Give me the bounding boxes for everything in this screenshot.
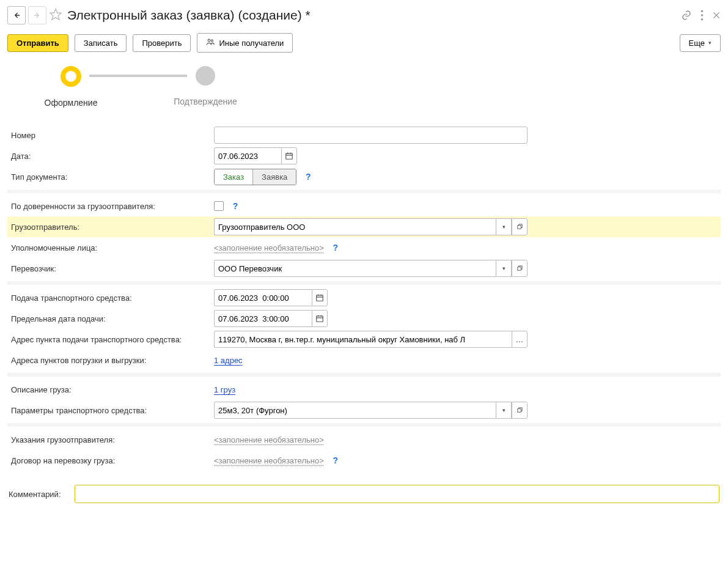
vehicle-params-open-button[interactable] (512, 402, 528, 419)
comment-input[interactable] (75, 485, 719, 503)
step-dot-icon (196, 66, 215, 86)
doc-type-toggle: Заказ Заявка (214, 169, 296, 185)
favorite-star-icon[interactable] (49, 8, 62, 23)
supply-datetime-input[interactable] (214, 289, 312, 306)
shipper-dropdown-button[interactable]: ▾ (496, 218, 512, 235)
number-input[interactable] (214, 127, 528, 144)
cargo-link[interactable]: 1 груз (214, 385, 235, 394)
date-picker-button[interactable] (281, 147, 297, 164)
svg-point-2 (701, 14, 704, 17)
carrier-input[interactable] (214, 260, 496, 277)
help-icon[interactable]: ? (330, 455, 341, 466)
label-authorized: Уполномоченные лица: (11, 243, 214, 252)
send-button[interactable]: Отправить (7, 34, 68, 52)
date-input[interactable] (214, 147, 281, 164)
label-vehicle-supply: Подача транспортного средства: (11, 293, 214, 303)
load-addresses-link[interactable]: 1 адрес (214, 356, 243, 365)
authorized-link[interactable]: <заполнение необязательно> (214, 243, 324, 252)
label-shipper-instr: Указания грузоотправителя: (11, 435, 214, 444)
close-icon[interactable] (712, 11, 721, 20)
row-vehicle-supply: Подача транспортного средства: (7, 287, 721, 308)
row-vehicle-params: Параметры транспортного средства: ▾ (7, 400, 721, 421)
row-number: Номер (7, 125, 721, 146)
link-icon[interactable] (681, 10, 692, 21)
separator (7, 281, 721, 285)
label-cargo-desc: Описание груза: (11, 385, 214, 394)
row-cargo-desc: Описание груза: 1 груз (7, 379, 721, 400)
more-label: Еще (689, 39, 705, 48)
address-picker-button[interactable]: … (512, 331, 528, 348)
row-shipper-instr: Указания грузоотправителя: <заполнение н… (7, 429, 721, 450)
row-supply-address: Адрес пункта подачи транспортного средст… (7, 329, 721, 350)
help-icon[interactable]: ? (303, 171, 314, 182)
carrier-open-button[interactable] (512, 260, 528, 277)
open-external-icon (517, 406, 523, 415)
vehicle-params-input[interactable] (214, 402, 496, 419)
arrow-left-icon (12, 11, 21, 20)
contract-link[interactable]: <заполнение необязательно> (214, 456, 324, 465)
row-deadline: Предельная дата подачи: (7, 308, 721, 329)
shipper-instr-link[interactable]: <заполнение необязательно> (214, 435, 324, 444)
row-shipper: Грузоотправитель: ▾ (7, 216, 721, 237)
chevron-down-icon: ▾ (502, 224, 506, 230)
nav-forward-button (28, 6, 46, 24)
doc-type-order[interactable]: Заказ (215, 169, 252, 185)
chevron-down-icon: ▾ (708, 40, 711, 46)
label-number: Номер (11, 131, 214, 140)
separator (7, 423, 721, 427)
progress-stepper: Оформление Подтверждение (34, 66, 721, 108)
svg-point-3 (701, 18, 704, 21)
row-authorized: Уполномоченные лица: <заполнение необяза… (7, 237, 721, 258)
kebab-menu-icon[interactable] (700, 10, 704, 21)
open-external-icon (517, 223, 523, 232)
row-by-proxy: По доверенности за грузоотправителя: ? (7, 196, 721, 216)
svg-point-5 (211, 40, 213, 42)
svg-rect-10 (317, 316, 323, 322)
toolbar: Отправить Записать Проверить Иные получа… (7, 33, 721, 53)
deadline-date-picker-button[interactable] (312, 310, 328, 327)
label-deadline: Предельная дата подачи: (11, 314, 214, 323)
by-proxy-checkbox[interactable] (214, 201, 224, 211)
chevron-down-icon: ▾ (502, 407, 506, 413)
shipper-input[interactable] (214, 218, 496, 235)
step-1-label: Оформление (45, 98, 98, 108)
ellipsis-icon: … (516, 335, 524, 344)
label-vehicle-params: Параметры транспортного средства: (11, 406, 214, 415)
supply-date-picker-button[interactable] (312, 289, 328, 306)
open-external-icon (517, 264, 523, 273)
label-supply-address: Адрес пункта подачи транспортного средст… (11, 335, 214, 344)
svg-point-1 (701, 10, 704, 12)
svg-rect-6 (286, 153, 293, 159)
label-carrier: Перевозчик: (11, 264, 214, 273)
separator (7, 373, 721, 377)
row-carrier: Перевозчик: ▾ (7, 258, 721, 279)
step-dot-icon (61, 66, 81, 87)
label-comment: Комментарий: (9, 490, 75, 499)
chevron-down-icon: ▾ (502, 265, 506, 271)
svg-rect-8 (517, 267, 521, 270)
separator (7, 190, 721, 193)
row-date: Дата: (7, 146, 721, 166)
step-2: Подтверждение (169, 66, 242, 106)
label-date: Дата: (11, 152, 214, 161)
save-button[interactable]: Записать (75, 34, 127, 52)
vehicle-params-dropdown-button[interactable]: ▾ (496, 402, 512, 419)
other-recipients-label: Иные получатели (219, 39, 284, 48)
carrier-dropdown-button[interactable]: ▾ (496, 260, 512, 277)
label-contract: Договор на перевозку груза: (11, 456, 214, 465)
help-icon[interactable]: ? (230, 201, 241, 212)
check-button[interactable]: Проверить (133, 34, 191, 52)
step-2-label: Подтверждение (174, 97, 237, 106)
group-icon (206, 37, 215, 48)
svg-marker-0 (50, 9, 61, 19)
help-icon[interactable]: ? (330, 242, 341, 253)
step-1: Оформление (34, 66, 108, 108)
other-recipients-button[interactable]: Иные получатели (197, 33, 293, 53)
shipper-open-button[interactable] (512, 218, 528, 235)
deadline-datetime-input[interactable] (214, 310, 312, 327)
nav-back-button[interactable] (7, 6, 26, 24)
doc-type-request[interactable]: Заявка (252, 169, 296, 185)
svg-rect-9 (317, 295, 323, 301)
supply-address-input[interactable] (214, 331, 512, 348)
more-button[interactable]: Еще ▾ (680, 34, 721, 52)
